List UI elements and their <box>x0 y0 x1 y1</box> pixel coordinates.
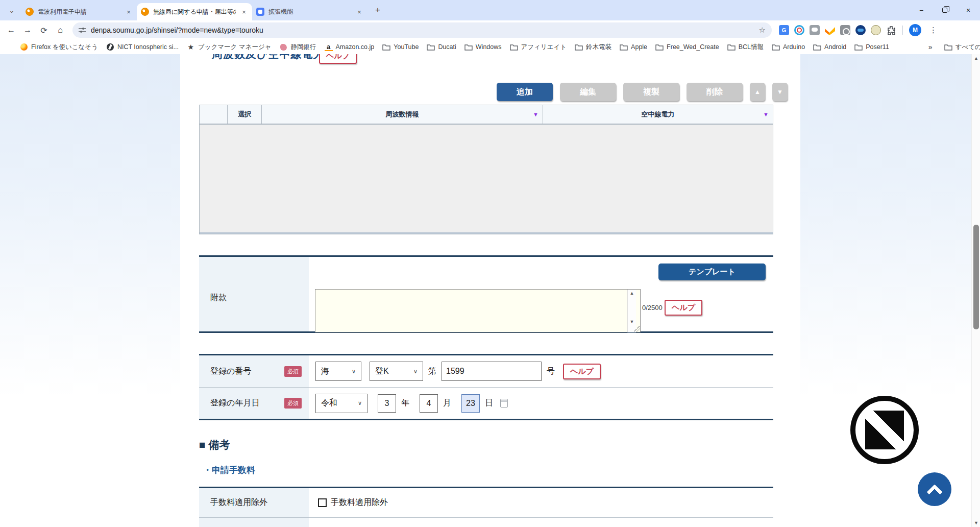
page-scrollbar[interactable]: ▲ ▼ <box>971 54 980 527</box>
restore-button[interactable] <box>933 0 957 20</box>
recording-watermark-icon <box>850 396 919 464</box>
scroll-up-icon[interactable]: ▲ <box>628 290 636 297</box>
line-extension-icon[interactable] <box>810 25 820 35</box>
tab-close-icon[interactable]: × <box>355 8 363 16</box>
bookmark-folder-android[interactable]: Android <box>810 42 850 52</box>
scrollbar-down-icon[interactable]: ▼ <box>972 519 980 527</box>
browser-menu-button[interactable]: ⋮ <box>926 26 940 35</box>
folder-icon <box>427 44 435 51</box>
folder-icon <box>854 44 863 51</box>
required-badge: 必須 <box>284 366 302 377</box>
bookmark-folder-arduino[interactable]: Arduino <box>768 42 808 52</box>
orange-extension-icon[interactable] <box>825 25 835 35</box>
bookmark-amazon[interactable]: a Amazon.co.jp <box>321 41 378 53</box>
home-button[interactable]: ⌂ <box>53 23 67 37</box>
chevron-down-icon: ∨ <box>352 368 356 375</box>
bookmark-folder-poser[interactable]: Poser11 <box>851 42 893 52</box>
bookmark-firefox[interactable]: Firefox を使いこなそう <box>16 41 102 53</box>
bookmark-folder-affiliate[interactable]: アフィリエイト <box>506 41 571 53</box>
bookmark-folder-ducati[interactable]: Ducati <box>423 42 459 52</box>
sort-triangle-icon[interactable]: ▼ <box>533 111 538 117</box>
minimize-button[interactable]: − <box>910 0 933 20</box>
denpa-favicon-icon <box>26 8 34 16</box>
site-settings-icon[interactable] <box>79 27 86 33</box>
month-input[interactable]: 4 <box>420 394 438 413</box>
checkbox-label: 手数料適用除外 <box>331 497 388 508</box>
reload-button[interactable]: ⟳ <box>37 23 51 37</box>
duplicate-button[interactable]: 複製 <box>623 83 679 101</box>
bookmark-label: Firefox を使いこなそう <box>31 43 98 52</box>
chevron-down-icon: ∨ <box>413 368 418 375</box>
weather-extension-icon[interactable] <box>855 25 866 35</box>
day-input[interactable]: 23 <box>461 394 480 413</box>
forward-button[interactable]: → <box>20 23 35 37</box>
scroll-to-top-button[interactable] <box>918 472 951 506</box>
character-extension-icon[interactable] <box>871 25 881 35</box>
textarea-resize-handle[interactable] <box>633 325 640 332</box>
tab-denpa-portal[interactable]: 電波利用電子申請 × <box>21 3 137 20</box>
fukan-help-wrap: ヘルプ <box>665 300 702 316</box>
bookmark-label: 静岡銀行 <box>291 43 316 52</box>
frequency-help-button-clipped[interactable]: ヘルプ <box>319 54 357 64</box>
bookmark-folder-freewed[interactable]: Free_Wed_Create <box>652 42 723 52</box>
tab-close-icon[interactable]: × <box>125 8 133 16</box>
apps-grid-icon[interactable] <box>5 43 12 51</box>
bookmark-star-icon[interactable]: ☆ <box>759 26 766 35</box>
window-controls: − × <box>910 0 980 20</box>
tab-close-icon[interactable]: × <box>240 8 248 16</box>
bookmark-folder-apple[interactable]: Apple <box>616 42 651 52</box>
help-button[interactable]: ヘルプ <box>319 54 357 64</box>
screenshot-extension-icon[interactable] <box>840 25 850 35</box>
profile-avatar[interactable]: M <box>909 24 921 36</box>
bookmark-shizuoka-bank[interactable]: 静岡銀行 <box>276 41 320 53</box>
calendar-icon[interactable] <box>500 399 508 408</box>
url-text[interactable]: denpa.soumu.go.jp/shinsei/?mode=new&type… <box>91 26 754 34</box>
sort-triangle-icon[interactable]: ▼ <box>763 111 769 117</box>
fukan-section: 附款 テンプレート ▲ ▼ 0/2500 ヘルプ <box>199 255 773 333</box>
tab-search-button[interactable]: ⌄ <box>4 3 19 17</box>
bookmark-manager[interactable]: ★ ブックマーク マネージャ <box>183 41 275 53</box>
bookmark-folder-suzuki[interactable]: 鈴木電装 <box>571 41 615 53</box>
tab-shinsei-form[interactable]: 無線局に関する申請・届出等の様 × <box>137 3 252 20</box>
help-button[interactable]: ヘルプ <box>563 364 601 379</box>
ring-extension-icon[interactable] <box>794 25 804 35</box>
frequency-table-empty-body[interactable] <box>200 125 773 234</box>
registration-number-input[interactable]: 1599 <box>442 362 542 381</box>
help-button[interactable]: ヘルプ <box>665 300 702 316</box>
tab-extensions[interactable]: 拡張機能 × <box>252 3 368 20</box>
add-button[interactable]: 追加 <box>497 83 553 101</box>
close-window-button[interactable]: × <box>957 0 980 20</box>
table-action-buttons: 追加 編集 複製 削除 ▲ ▼ <box>497 83 788 101</box>
delete-button[interactable]: 削除 <box>687 83 743 101</box>
address-bar[interactable]: denpa.soumu.go.jp/shinsei/?mode=new&type… <box>72 22 772 38</box>
bookmark-label: Android <box>824 43 846 51</box>
era-select[interactable]: 令和 ∨ <box>315 394 368 413</box>
all-bookmarks-folder[interactable]: すべてのブックマーク <box>941 41 980 53</box>
template-button[interactable]: テンプレート <box>658 264 766 280</box>
move-up-button[interactable]: ▲ <box>750 83 765 101</box>
header-antenna-power[interactable]: 空中線電力 ▼ <box>543 105 773 124</box>
translate-extension-icon[interactable] <box>779 25 789 35</box>
year-input[interactable]: 3 <box>378 394 396 413</box>
category-select[interactable]: 海 ∨ <box>315 362 361 381</box>
fukan-textarea[interactable]: ▲ ▼ <box>315 289 641 332</box>
bookmark-nict[interactable]: NICT Ionospheric si... <box>103 41 182 53</box>
header-frequency-info[interactable]: 周波数情報 ▼ <box>262 105 543 124</box>
bookmark-folder-youtube[interactable]: YouTube <box>379 42 422 52</box>
bookmark-folder-windows[interactable]: Windows <box>461 42 505 52</box>
firefox-icon <box>20 43 28 51</box>
bookmarks-overflow-button[interactable]: » <box>924 43 937 51</box>
bookmark-folder-bcl[interactable]: BCL情報 <box>724 41 767 53</box>
move-down-button[interactable]: ▼ <box>772 83 788 101</box>
type-select[interactable]: 登K ∨ <box>370 362 423 381</box>
back-button[interactable]: ← <box>4 23 18 37</box>
new-tab-button[interactable]: + <box>371 3 385 17</box>
scroll-down-icon[interactable]: ▼ <box>628 318 636 325</box>
extensions-puzzle-icon[interactable] <box>886 25 896 35</box>
fee-table: 手数料適用除外 手数料適用除外 手数料額 700 円 <box>199 487 773 527</box>
edit-button[interactable]: 編集 <box>560 83 616 101</box>
scrollbar-up-icon[interactable]: ▲ <box>972 54 980 62</box>
scrollbar-thumb[interactable] <box>973 225 979 329</box>
application-fee-subheading: ・申請手数料 <box>203 464 255 476</box>
fee-exempt-checkbox[interactable] <box>318 498 327 507</box>
